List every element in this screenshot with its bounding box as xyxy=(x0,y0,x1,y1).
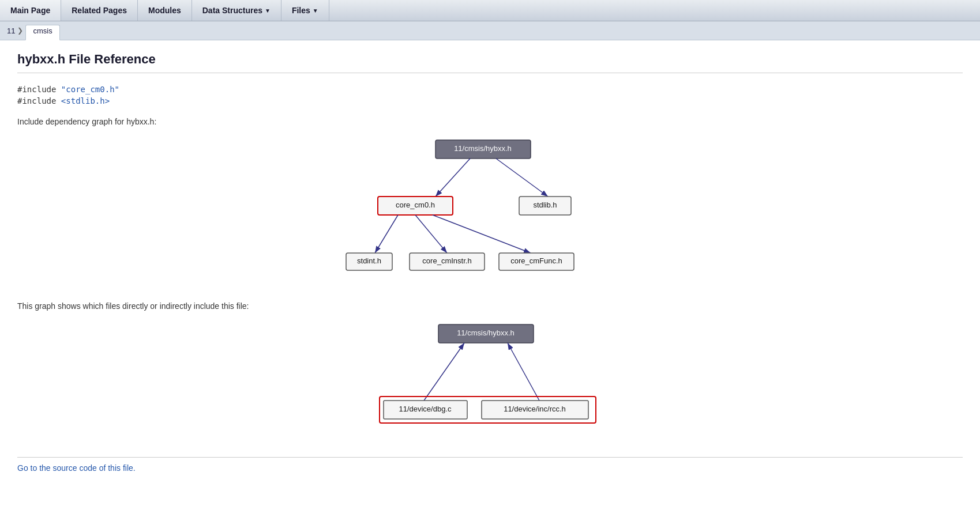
data-structures-arrow-icon: ▼ xyxy=(265,7,271,14)
include1-prefix: #include xyxy=(17,85,61,94)
graph1-arrow4 xyxy=(415,215,447,253)
graph1-node-stdint-label: stdint.h xyxy=(357,256,381,265)
graph2-label: This graph shows which files directly or… xyxy=(17,301,963,311)
graph1-arrow1 xyxy=(435,158,470,197)
page-title: hybxx.h File Reference xyxy=(17,52,963,73)
nav-related-pages[interactable]: Related Pages xyxy=(61,0,138,21)
source-link-container: Go to the source code of this file. xyxy=(17,457,963,473)
nav-modules[interactable]: Modules xyxy=(138,0,192,21)
files-arrow-icon: ▼ xyxy=(313,7,318,14)
breadcrumb: 11 ❯ cmsis xyxy=(0,21,980,40)
graph1-node-core-cm0-label: core_cm0.h xyxy=(396,201,435,209)
include2-prefix: #include xyxy=(17,96,61,105)
include2-link[interactable]: <stdlib.h> xyxy=(61,96,110,105)
nav-related-pages-label: Related Pages xyxy=(72,6,127,15)
include1-link[interactable]: "core_cm0.h" xyxy=(61,85,119,94)
breadcrumb-11-label: 11 xyxy=(7,27,15,35)
nav-data-structures-label: Data Structures xyxy=(202,6,262,15)
navigation: Main Page Related Pages Modules Data Str… xyxy=(0,0,980,21)
breadcrumb-cmsis[interactable]: cmsis xyxy=(25,25,59,40)
nav-data-structures[interactable]: Data Structures ▼ xyxy=(192,0,281,21)
dependency-graph: 11/cmsis/hybxx.h core_cm0.h stdlib.h std… xyxy=(340,134,640,284)
graph1-node-core-cminstr-label: core_cmInstr.h xyxy=(422,256,471,265)
graph2-node-dbg-label: 11/device/dbg.c xyxy=(399,405,452,413)
graph2-arrow1 xyxy=(424,343,464,401)
include-line-2: #include <stdlib.h> xyxy=(17,96,963,105)
graph2-node-rcc-label: 11/device/inc/rcc.h xyxy=(504,405,566,413)
included-by-graph-container: 11/cmsis/hybxx.h 11/device/dbg.c 11/devi… xyxy=(17,319,963,434)
include-line-1: #include "core_cm0.h" xyxy=(17,85,963,94)
included-by-graph: 11/cmsis/hybxx.h 11/device/dbg.c 11/devi… xyxy=(369,319,611,434)
graph1-arrow5 xyxy=(433,215,531,253)
dependency-graph-container: 11/cmsis/hybxx.h core_cm0.h stdlib.h std… xyxy=(17,134,963,284)
nav-files-label: Files xyxy=(292,6,310,15)
source-code-link[interactable]: Go to the source code of this file. xyxy=(17,463,136,473)
nav-main-page[interactable]: Main Page xyxy=(0,0,61,21)
graph1-arrow2 xyxy=(496,158,548,197)
graph2-node-hybxx-label: 11/cmsis/hybxx.h xyxy=(457,329,515,337)
nav-modules-label: Modules xyxy=(148,6,181,15)
graph1-node-hybxx-label: 11/cmsis/hybxx.h xyxy=(454,144,512,153)
graph1-label: Include dependency graph for hybxx.h: xyxy=(17,117,963,126)
main-content: hybxx.h File Reference #include "core_cm… xyxy=(0,40,980,484)
graph2-arrow2 xyxy=(508,343,539,401)
breadcrumb-chevron-icon: ❯ xyxy=(17,27,23,35)
graph1-node-core-cmfunc-label: core_cmFunc.h xyxy=(510,256,562,265)
nav-files[interactable]: Files ▼ xyxy=(281,0,329,21)
breadcrumb-cmsis-label: cmsis xyxy=(33,27,52,35)
graph1-node-stdlib-label: stdlib.h xyxy=(533,201,557,209)
nav-main-page-label: Main Page xyxy=(10,6,50,15)
graph1-arrow3 xyxy=(375,215,398,253)
breadcrumb-11[interactable]: 11 xyxy=(7,27,15,35)
